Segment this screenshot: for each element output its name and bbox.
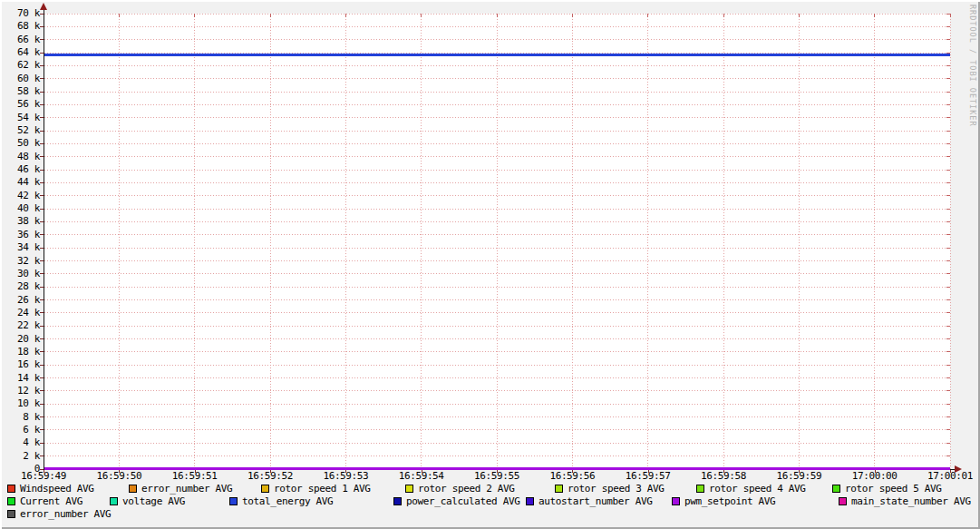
y-tick-label: 10 k: [0, 398, 40, 409]
legend-label: total_energy AVG: [242, 495, 333, 507]
y-tick-label: 32 k: [0, 256, 40, 267]
x-tick-label: 16:59:58: [694, 471, 752, 482]
y-tick: [40, 92, 44, 93]
legend-label: pwm_setpoint AVG: [684, 495, 775, 507]
legend-color-swatch: [261, 485, 269, 493]
legend-label: error_number AVG: [20, 508, 111, 520]
y-tick-label: 2 k: [0, 451, 40, 462]
legend-color-swatch: [555, 485, 563, 493]
legend-label: rotor speed 1 AVG: [274, 483, 371, 495]
y-tick-label: 20 k: [0, 334, 40, 345]
x-tick-label: 16:59:56: [543, 471, 601, 482]
series-line: [44, 54, 950, 56]
y-tick: [40, 351, 44, 352]
v-gridline-end: [421, 14, 422, 17]
legend-color-swatch: [110, 497, 118, 505]
v-gridline: [270, 14, 271, 469]
v-gridline-end: [270, 14, 271, 17]
y-tick: [40, 312, 44, 313]
h-gridline: [44, 326, 950, 327]
x-tick-label: 16:59:52: [241, 471, 299, 482]
legend-label: power_calculated AVG: [406, 495, 519, 507]
legend-color-swatch: [229, 497, 238, 505]
rrdtool-graph: RRDTOOL / TOBI OETIKER 02 k4 k6 k8 k10 k…: [0, 0, 980, 529]
y-tick: [40, 195, 44, 196]
y-tick-label: 38 k: [0, 216, 40, 227]
h-gridline: [44, 248, 950, 249]
y-tick-label: 8 k: [0, 412, 40, 423]
v-gridline-end: [119, 14, 120, 17]
x-tick-label: 16:59:49: [15, 471, 73, 482]
y-tick-label: 50 k: [0, 138, 40, 149]
v-gridline: [799, 14, 800, 469]
legend-color-swatch: [393, 497, 402, 505]
y-tick-label: 28 k: [0, 281, 40, 292]
v-gridline: [119, 14, 120, 469]
y-tick: [40, 299, 44, 300]
y-tick-label: 54 k: [0, 113, 40, 123]
legend-item: main_state_number AVG: [839, 495, 971, 506]
legend-color-swatch: [405, 485, 413, 493]
h-gridline: [44, 170, 950, 171]
legend-label: autostart_number AVG: [539, 495, 652, 507]
y-tick: [40, 53, 44, 54]
y-tick-label: 4 k: [0, 437, 40, 448]
legend-item: pwm_setpoint AVG: [672, 495, 775, 506]
y-tick: [40, 221, 44, 222]
y-tick: [40, 248, 44, 249]
v-gridline-end: [497, 14, 498, 17]
y-tick-label: 56 k: [0, 99, 40, 110]
h-gridline: [44, 390, 950, 391]
y-tick-label: 14 k: [0, 373, 40, 384]
y-tick: [40, 170, 44, 171]
x-tick-label: 16:59:54: [393, 471, 451, 482]
h-gridline: [44, 260, 950, 261]
h-gridline: [44, 131, 950, 132]
h-gridline: [44, 377, 950, 378]
y-tick: [40, 338, 44, 339]
legend-item: Windspeed AVG: [7, 483, 94, 494]
legend-color-swatch: [7, 510, 15, 518]
y-tick: [40, 273, 44, 274]
legend-label: rotor speed 3 AVG: [568, 483, 665, 495]
v-gridline-end: [799, 14, 800, 17]
legend-item: rotor speed 1 AVG: [261, 483, 371, 494]
y-tick-label: 48 k: [0, 152, 40, 162]
y-tick: [40, 39, 44, 40]
h-gridline: [44, 404, 950, 405]
legend-color-swatch: [7, 485, 15, 493]
y-tick: [40, 404, 44, 405]
legend-item: Current AVG: [7, 495, 82, 506]
rrdtool-watermark: RRDTOOL / TOBI OETIKER: [968, 5, 977, 127]
y-tick-label: 18 k: [0, 347, 40, 358]
h-gridline: [44, 299, 950, 300]
y-tick-label: 12 k: [0, 386, 40, 397]
v-gridline-end: [572, 14, 573, 17]
y-tick: [40, 65, 44, 66]
y-tick-label: 36 k: [0, 230, 40, 240]
y-tick: [40, 377, 44, 378]
h-gridline: [44, 351, 950, 352]
h-gridline: [44, 39, 950, 40]
v-gridline: [950, 14, 951, 469]
y-tick-label: 62 k: [0, 60, 40, 71]
y-tick: [40, 260, 44, 261]
legend-item: error_number AVG: [129, 483, 232, 494]
h-gridline: [44, 273, 950, 274]
h-gridline: [44, 443, 950, 444]
x-tick-label: 16:59:51: [166, 471, 224, 482]
h-gridline: [44, 65, 950, 66]
legend-label: rotor speed 5 AVG: [845, 483, 942, 495]
y-tick: [40, 456, 44, 456]
y-tick-label: 60 k: [0, 73, 40, 84]
legend-item: rotor speed 2 AVG: [405, 483, 515, 494]
y-tick-label: 16 k: [0, 359, 40, 370]
h-gridline: [44, 429, 950, 430]
y-tick-label: 22 k: [0, 320, 40, 331]
y-tick-label: 6 k: [0, 425, 40, 436]
y-tick-label: 70 k: [0, 8, 40, 19]
y-tick: [40, 429, 44, 430]
y-tick: [40, 156, 44, 157]
h-gridline: [44, 117, 950, 118]
v-gridline-end: [874, 14, 875, 17]
